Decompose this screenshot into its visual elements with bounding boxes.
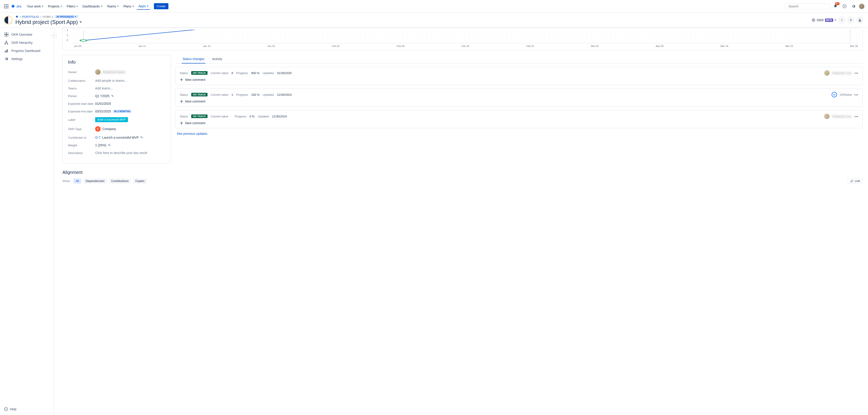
nav-apps[interactable]: Apps	[137, 3, 150, 10]
sidebar-help[interactable]: ? Help	[2, 405, 52, 413]
svg-rect-20	[6, 35, 8, 37]
tab-activity[interactable]: Activity	[211, 55, 223, 64]
new-comment-button[interactable]: New comment	[180, 121, 858, 125]
chevron-down-icon	[147, 6, 149, 6]
svg-text:?: ?	[841, 19, 842, 21]
alignment-tab-all[interactable]: All	[73, 178, 81, 183]
nav-your-work[interactable]: Your work	[25, 3, 45, 9]
sidebar-item-overview[interactable]: OKR Overview	[2, 31, 52, 39]
status-badge: ON TRACK	[191, 93, 208, 96]
link-icon	[850, 179, 853, 183]
okr-type-value: Company	[102, 127, 116, 131]
header-people-button[interactable]	[856, 16, 864, 24]
contributes-key[interactable]: O-7	[95, 136, 100, 139]
avatar	[824, 70, 830, 76]
svg-rect-3	[4, 6, 5, 7]
progress-chart: 4 2 0 Jan 05 Jan 12 Jan 19 Jan 26 Feb 02	[62, 28, 863, 50]
okr-toggle[interactable]: OKR BETA	[812, 18, 836, 22]
svg-rect-17	[4, 33, 6, 34]
grid-icon	[4, 32, 8, 37]
jira-logo[interactable]: Jira	[11, 4, 22, 8]
svg-rect-24	[5, 51, 5, 53]
app-switcher-icon[interactable]	[4, 4, 9, 9]
link-button[interactable]: Link	[848, 178, 863, 184]
chart-icon	[4, 48, 8, 53]
help-button[interactable]: ?	[841, 3, 848, 10]
avatar	[824, 113, 830, 119]
sidebar-item-settings[interactable]: Settings	[2, 55, 52, 63]
edit-weight-button[interactable]: ✎	[108, 143, 111, 147]
svg-point-16	[859, 19, 860, 20]
chevron-down-icon	[74, 16, 76, 17]
tab-status-changes[interactable]: Status changes	[182, 55, 206, 64]
chevron-down-icon	[117, 6, 119, 7]
update-card: Status ON TRACK Current value8 Progress8…	[176, 67, 863, 85]
edit-period-button[interactable]: ✎	[111, 94, 114, 98]
more-actions-button[interactable]: •••	[855, 115, 858, 118]
svg-point-9	[787, 6, 787, 6]
contributes-value: Launch a successful MVP	[102, 136, 138, 139]
svg-text:?: ?	[5, 408, 7, 411]
svg-rect-33	[833, 94, 835, 96]
collaborators-input[interactable]: Add people or teams...	[95, 79, 165, 82]
svg-point-22	[5, 43, 6, 44]
chevron-down-icon[interactable]	[80, 22, 82, 23]
nav-plans[interactable]: Plans	[122, 3, 136, 9]
breadcrumb-portfolio[interactable]: PORTFOLIO	[22, 15, 39, 19]
nav-projects[interactable]: Projects	[46, 3, 64, 9]
chevron-down-icon	[76, 6, 78, 7]
new-comment-button[interactable]: New comment	[180, 100, 858, 103]
more-actions-button[interactable]: •••	[855, 93, 858, 96]
target-icon	[812, 18, 815, 22]
nav-filters[interactable]: Filters	[65, 3, 80, 9]
sidebar-item-label: OKR Overview	[11, 33, 32, 36]
teams-input[interactable]: Add teams...	[95, 87, 165, 90]
plus-icon	[180, 121, 183, 125]
svg-rect-5	[7, 6, 8, 7]
header-help-button[interactable]: ?	[838, 16, 845, 24]
more-actions-button[interactable]: •••	[855, 71, 858, 75]
new-comment-button[interactable]: New comment	[180, 78, 858, 81]
search-input[interactable]	[788, 4, 828, 8]
svg-rect-0	[4, 4, 5, 5]
period-value: Q1 Y2025	[95, 94, 110, 98]
breadcrumb-key: HYBR-1	[42, 15, 53, 19]
svg-point-21	[6, 41, 7, 42]
label-chip[interactable]: Build a successful MVP	[95, 117, 128, 122]
owner-value[interactable]: Redacted Name	[95, 69, 165, 75]
status-dropdown[interactable]: IN PROGRESS	[55, 15, 78, 19]
svg-text:?: ?	[844, 5, 845, 7]
weight-value: 1 (25%)	[95, 143, 106, 147]
see-previous-link[interactable]: See previous updates	[176, 132, 863, 136]
help-icon: ?	[4, 407, 8, 411]
notifications-button[interactable]: 9+	[832, 3, 839, 10]
chevron-down-icon	[132, 6, 134, 7]
alignment-heading: Alignment	[62, 170, 863, 175]
project-icon	[4, 15, 13, 25]
sidebar-item-label: Settings	[11, 57, 23, 61]
sidebar-item-label: OKR Hierarchy	[11, 41, 33, 44]
chevron-down-icon	[41, 6, 43, 7]
svg-point-35	[835, 95, 835, 95]
edit-contributes-button[interactable]: ✎	[141, 136, 143, 139]
sidebar-item-label: Progress Dashboard	[11, 49, 40, 53]
sidebar-item-dashboard[interactable]: Progress Dashboard	[2, 47, 52, 55]
nav-dashboards[interactable]: Dashboards	[81, 3, 104, 9]
alignment-tab-contributions[interactable]: Contributions	[109, 178, 131, 183]
alignment-tab-copies[interactable]: Copies	[133, 178, 147, 183]
plus-icon	[180, 78, 183, 81]
chevron-down-icon	[835, 20, 836, 21]
alignment-tab-dependencies[interactable]: Dependencies	[84, 178, 107, 183]
page-title: Hybrid project (Sport App)	[16, 19, 82, 25]
sidebar-item-hierarchy[interactable]: OKR Hierarchy	[2, 39, 52, 47]
home-icon[interactable]	[16, 15, 19, 18]
create-button[interactable]: Create	[154, 3, 168, 9]
settings-button[interactable]	[850, 3, 857, 10]
user-avatar[interactable]	[859, 4, 864, 9]
description-input[interactable]: Click here to describe your key result	[95, 151, 165, 155]
svg-rect-4	[6, 6, 7, 7]
nav-teams[interactable]: Teams	[105, 3, 121, 9]
plus-icon	[180, 100, 183, 103]
header-config-button[interactable]	[847, 16, 855, 24]
search-box[interactable]	[785, 3, 830, 9]
